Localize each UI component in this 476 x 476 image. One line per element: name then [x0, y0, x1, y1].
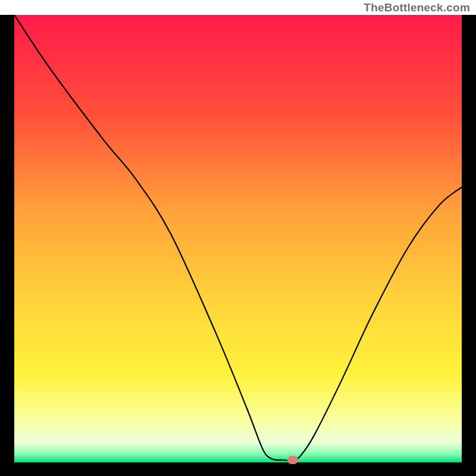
plot-area — [14, 15, 462, 462]
plot-svg — [14, 15, 462, 462]
optimal-point-marker — [287, 456, 298, 464]
chart-container: TheBottleneck.com — [0, 0, 476, 476]
site-watermark: TheBottleneck.com — [0, 0, 476, 15]
gradient-background — [14, 15, 462, 462]
site-watermark-text: TheBottleneck.com — [364, 1, 470, 14]
